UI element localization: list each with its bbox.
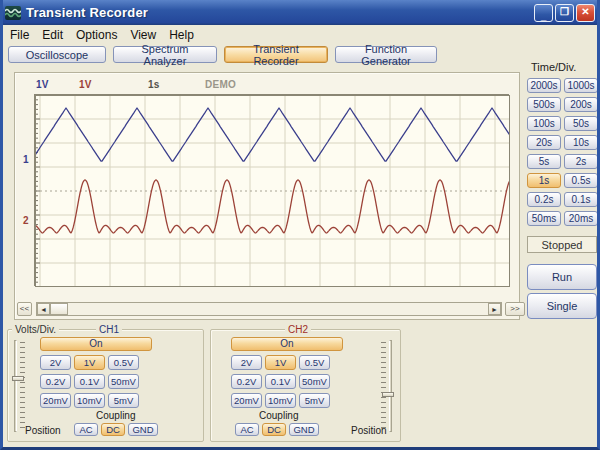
waveform-plot [34, 94, 509, 286]
timediv-1000s[interactable]: 1000s [564, 78, 598, 93]
ch1-0.5v[interactable]: 0.5V [108, 355, 139, 370]
ch2-0.1v[interactable]: 0.1V [265, 374, 296, 389]
timediv-0.5s[interactable]: 0.5s [564, 173, 598, 188]
minimize-icon[interactable]: _ [534, 4, 553, 22]
timediv-0.2s[interactable]: 0.2s [527, 192, 561, 207]
ch1-0.2v[interactable]: 0.2V [40, 374, 71, 389]
ch2-10mv[interactable]: 10mV [265, 393, 296, 408]
waveform-icon [5, 6, 21, 20]
ch2-coupling-dc[interactable]: DC [262, 423, 286, 436]
ch2-coupling-gnd[interactable]: GND [289, 423, 319, 436]
ch2-position-slider[interactable] [380, 340, 394, 432]
ch1-coupling-buttons: AC DC GND [74, 423, 158, 436]
ch2-scale-label: 1V [79, 79, 92, 90]
ch2-voltsdiv-buttons: 2V 1V 0.5V 0.2V 0.1V 50mV 20mV 10mV 5mV [231, 355, 330, 408]
voltsdiv-label: Volts/Div. [12, 324, 59, 335]
timediv-0.1s[interactable]: 0.1s [564, 192, 598, 207]
scroll-jump-right-button[interactable]: >> [505, 302, 525, 316]
scope-panel: 1V 1V 1s DEMO 1 2 << ◄ ► >> [14, 72, 520, 320]
timediv-50s[interactable]: 50s [564, 116, 598, 131]
slider-track [14, 340, 17, 432]
slider-ticks [381, 342, 386, 430]
ch2-coupling-label: Coupling [259, 410, 298, 421]
menu-options[interactable]: Options [76, 28, 117, 42]
ch1-voltsdiv-buttons: 2V 1V 0.5V 0.2V 0.1V 50mV 20mV 10mV 5mV [40, 355, 139, 408]
ch1-10mv[interactable]: 10mV [74, 393, 105, 408]
ch2-title: CH2 [285, 324, 311, 335]
ch1-2v[interactable]: 2V [40, 355, 71, 370]
tab-transient-recorder[interactable]: Transient Recorder [224, 46, 328, 63]
single-button[interactable]: Single [527, 293, 597, 319]
ch2-1v[interactable]: 1V [265, 355, 296, 370]
ch1-coupling-label: Coupling [96, 410, 135, 421]
ch1-20mv[interactable]: 20mV [40, 393, 71, 408]
timediv-5s[interactable]: 5s [527, 154, 561, 169]
waveform-svg [35, 95, 510, 287]
ch1-0.1v[interactable]: 0.1V [74, 374, 105, 389]
ch2-2v[interactable]: 2V [231, 355, 262, 370]
ch1-50mv[interactable]: 50mV [108, 374, 139, 389]
ch1-title: CH1 [96, 324, 122, 335]
time-scale-label: 1s [148, 79, 160, 90]
mode-tabs: Oscilloscope Spectrum Analyzer Transient… [3, 44, 597, 67]
timediv-500s[interactable]: 500s [527, 97, 561, 112]
scroll-left-arrow-icon[interactable]: ◄ [37, 303, 50, 315]
ch2-50mv[interactable]: 50mV [299, 374, 330, 389]
status-display: Stopped [527, 236, 597, 253]
tab-function-generator[interactable]: Function Generator [335, 46, 437, 63]
ch2-0.5v[interactable]: 0.5V [299, 355, 330, 370]
scroll-row: << ◄ ► >> [17, 302, 519, 317]
ch1-slider-thumb[interactable] [12, 376, 24, 381]
ch1-position-label: Position [25, 425, 61, 436]
menu-edit[interactable]: Edit [42, 28, 63, 42]
ch1-position-slider[interactable] [12, 340, 26, 432]
ch1-on-button[interactable]: On [40, 337, 152, 351]
ch2-coupling-buttons: AC DC GND [235, 423, 319, 436]
ch1-5mv[interactable]: 5mV [108, 393, 139, 408]
ch1-scale-label: 1V [36, 79, 49, 90]
menu-file[interactable]: File [10, 28, 29, 42]
ch1-1v[interactable]: 1V [74, 355, 105, 370]
menu-help[interactable]: Help [169, 28, 194, 42]
ch2-marker: 2 [23, 215, 29, 226]
slider-ticks [20, 342, 25, 430]
timediv-20s[interactable]: 20s [527, 135, 561, 150]
ch2-slider-thumb[interactable] [382, 392, 394, 397]
timediv-50ms[interactable]: 50ms [527, 211, 561, 226]
tab-oscilloscope[interactable]: Oscilloscope [8, 46, 106, 63]
timediv-buttons: 2000s 1000s 500s 200s 100s 50s 20s 10s 5… [527, 78, 599, 226]
scrollbar-thumb[interactable] [50, 303, 68, 315]
close-icon[interactable]: ✕ [576, 4, 595, 22]
ch1-marker: 1 [23, 154, 29, 165]
ch2-coupling-ac[interactable]: AC [235, 423, 259, 436]
ch2-5mv[interactable]: 5mV [299, 393, 330, 408]
timediv-2000s[interactable]: 2000s [527, 78, 561, 93]
horizontal-scrollbar[interactable]: ◄ ► [36, 302, 502, 316]
timediv-100s[interactable]: 100s [527, 116, 561, 131]
timediv-label: Time/Div. [531, 61, 600, 73]
demo-mode-label: DEMO [205, 79, 236, 90]
timediv-1s[interactable]: 1s [527, 173, 561, 188]
scroll-right-arrow-icon[interactable]: ► [488, 303, 501, 315]
ch1-coupling-dc[interactable]: DC [101, 423, 125, 436]
ch2-0.2v[interactable]: 0.2V [231, 374, 262, 389]
slider-track [389, 340, 392, 432]
maximize-icon[interactable]: ❐ [555, 4, 574, 22]
ch1-coupling-gnd[interactable]: GND [128, 423, 158, 436]
ch1-group: Volts/Div. CH1 On 2V 1V 0.5V 0.2V 0.1V 5… [7, 329, 204, 442]
ch1-coupling-ac[interactable]: AC [74, 423, 98, 436]
ch2-group: CH2 On 2V 1V 0.5V 0.2V 0.1V 50mV 20mV 10… [210, 329, 401, 442]
menubar: File Edit Options View Help [3, 25, 597, 44]
timediv-200s[interactable]: 200s [564, 97, 598, 112]
timediv-20ms[interactable]: 20ms [564, 211, 598, 226]
ch2-on-button[interactable]: On [231, 337, 343, 351]
run-button[interactable]: Run [527, 264, 597, 290]
menu-view[interactable]: View [130, 28, 156, 42]
window-title: Transient Recorder [26, 5, 532, 20]
scroll-jump-left-button[interactable]: << [17, 302, 32, 316]
tab-spectrum-analyzer[interactable]: Spectrum Analyzer [113, 46, 217, 63]
ch2-20mv[interactable]: 20mV [231, 393, 262, 408]
timediv-10s[interactable]: 10s [564, 135, 598, 150]
titlebar: Transient Recorder _ ❐ ✕ [0, 0, 600, 25]
timediv-2s[interactable]: 2s [564, 154, 598, 169]
